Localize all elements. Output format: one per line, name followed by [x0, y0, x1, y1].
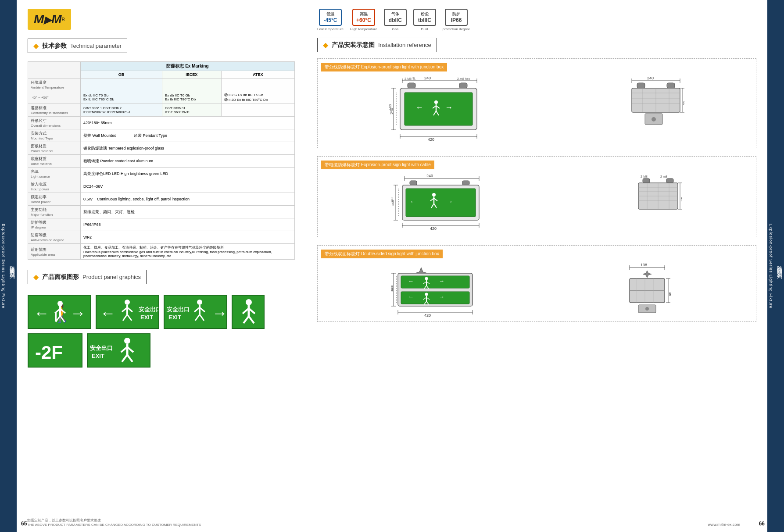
svg-text:2-M8 孔: 2-M8 孔: [405, 77, 415, 80]
svg-text:420: 420: [430, 226, 437, 231]
svg-point-21: [197, 300, 202, 305]
double-sided-front-view: ← → ←: [391, 261, 479, 318]
svg-text:→: →: [439, 293, 444, 300]
svg-rect-2: [55, 312, 57, 321]
svg-text:240: 240: [647, 76, 654, 80]
svg-rect-116: [643, 179, 650, 183]
svg-text:安全出口: 安全出口: [166, 306, 190, 313]
badge-gas-label: Gas: [392, 27, 399, 31]
install-cable: 带电缆防爆标志灯 Explosion-proof sign light with…: [317, 156, 756, 237]
table-row: 面板材质 Panel material 钢化防爆玻璃 Tempered expl…: [28, 142, 295, 155]
svg-line-15: [123, 314, 127, 321]
svg-line-42: [127, 355, 132, 362]
table-row: -40° ~ +50° Ex db IIC T6 GbEx tb IIIC T8…: [28, 91, 295, 104]
badge-dust-label: Dust: [421, 27, 428, 31]
badge-protection-value: 防护 IP66: [445, 9, 468, 26]
table-row: 适用范围 Applicable area 化工、煤炭、食品加工、石油开采、制药、…: [28, 244, 295, 260]
svg-point-99: [432, 193, 436, 196]
badge-dust: 粉尘 tbIIIC Dust: [413, 9, 436, 31]
svg-text:-2F: -2F: [35, 342, 63, 363]
svg-text:45: 45: [668, 292, 672, 296]
badge-protection-label: protection degree: [443, 27, 470, 31]
svg-line-41: [122, 355, 127, 362]
svg-text:138: 138: [641, 263, 647, 267]
svg-line-25: [195, 314, 200, 321]
cable-diagrams: 240 ←: [321, 172, 752, 233]
svg-rect-94: [410, 181, 417, 185]
svg-text:240: 240: [426, 174, 433, 178]
badge-high-temp-value: 高温 +60°C: [352, 9, 375, 26]
install-double-sided: 带分线双面标志灯 Double-sided sign light with ju…: [317, 245, 756, 322]
svg-rect-48: [459, 83, 467, 88]
svg-rect-47: [408, 83, 415, 88]
svg-marker-166: [643, 271, 652, 278]
exit-sign-4: [232, 295, 265, 329]
svg-text:420: 420: [428, 137, 434, 142]
badge-dust-value: 粉尘 tbIIIC: [413, 9, 436, 26]
junction-box-front-view: 240 2-M8 孔 2-m8 hex ←: [389, 74, 486, 144]
svg-point-89: [652, 117, 656, 121]
svg-text:→: →: [70, 304, 86, 322]
col-iecex: IECEX: [162, 71, 221, 79]
double-sided-header: 带分线双面标志灯 Double-sided sign light with ju…: [321, 250, 443, 258]
svg-text:2-m8 hex: 2-m8 hex: [457, 77, 470, 80]
sidebar-right-text: 防爆照明灯系列 Explosion-proof Series Lighting …: [769, 224, 783, 309]
svg-point-54: [434, 100, 438, 104]
panel-title-en: Product panel graphics: [82, 274, 141, 280]
svg-rect-76: [667, 83, 675, 88]
junction-box-header: 带分线防爆标志灯 Explosion-proof sign light with…: [321, 63, 447, 71]
diamond-icon: ◆: [33, 42, 39, 50]
logo-text: M▶M: [34, 12, 62, 26]
svg-point-136: [425, 277, 428, 280]
svg-text:←: ←: [408, 278, 414, 284]
cable-header: 带电缆防爆标志灯 Explosion-proof sign light with…: [321, 161, 434, 169]
logo-superscript: R: [62, 17, 65, 22]
svg-text:→: →: [439, 278, 444, 284]
icons-row: 低温 -45°C Low temperature 高温 +60°C High t…: [317, 9, 756, 31]
exit-sign-1: ← 🚶 →: [28, 295, 91, 329]
badge-low-temp: 低温 -45°C Low temperature: [317, 9, 344, 31]
svg-text:180: 180: [391, 285, 394, 290]
sidebar-left-en: Explosion-proof Series Lighting Fixture: [1, 224, 6, 309]
double-sided-diagrams: ← → ←: [321, 261, 752, 318]
table-row: 防腐等级 Anti-corrosion degree WF2: [28, 231, 295, 244]
svg-text:240: 240: [424, 76, 431, 80]
svg-text:←: ←: [100, 304, 116, 322]
install-junction-box: 带分线防爆标志灯 Explosion-proof sign light with…: [317, 58, 756, 148]
sidebar-right: 防爆照明灯系列 Explosion-proof Series Lighting …: [767, 0, 784, 532]
svg-point-37: [124, 338, 130, 344]
install-title-en: Installation reference: [378, 42, 431, 48]
svg-text:EXIT: EXIT: [140, 314, 153, 321]
tech-table: 防爆标志 Ex Marking GB IECEX ATEX 环境温度 Ambie…: [28, 61, 295, 260]
svg-line-26: [200, 314, 204, 321]
sidebar-right-cn: 防爆照明灯系列: [776, 261, 783, 271]
sidebar-left-cn: 防爆照明灯系列: [8, 261, 16, 271]
svg-rect-52: [405, 93, 473, 125]
svg-point-145: [425, 293, 428, 296]
panel-graphics: ← 🚶 → ←: [28, 295, 295, 368]
svg-text:420: 420: [424, 313, 431, 318]
logo-area: M▶M R: [28, 9, 295, 30]
badge-low-temp-value: 低温 -45°C: [319, 9, 342, 26]
svg-text:EXIT: EXIT: [168, 314, 181, 321]
panel-title-cn: 产品面板图形: [42, 273, 79, 281]
badge-high-temp: 高温 +60°C High temperature: [350, 9, 377, 31]
footer-right-text: www.m4m-ex.com: [708, 522, 740, 527]
left-panel: M▶M R ◆ 技术参数 Technical parameter 防爆标志 Ex…: [17, 0, 306, 532]
table-row: 额定功率 Rated power 0.5W Continuous lightin…: [28, 193, 295, 206]
sidebar-left: 防爆照明灯系列 Explosion-proof Series Lighting …: [0, 0, 17, 532]
panel-section-header: ◆ 产品面板图形 Product panel graphics: [28, 270, 147, 284]
install-section-header: ◆ 产品安装示意图 Installation reference: [317, 38, 437, 52]
marking-header: 防爆标志 Ex Marking: [81, 62, 295, 71]
badge-gas-value: 气体 dbIIC: [384, 9, 407, 26]
sidebar-right-en: Explosion-proof Series Lighting Fixture: [769, 224, 773, 309]
svg-point-11: [125, 300, 130, 305]
svg-text:→: →: [446, 198, 453, 205]
double-sided-side-view: 138 45: [625, 261, 682, 318]
svg-text:45: 45: [680, 197, 682, 201]
svg-line-16: [127, 314, 132, 321]
panel-diamond-icon: ◆: [33, 273, 39, 281]
svg-text:EXIT: EXIT: [92, 353, 104, 359]
table-row: 主要功能 Major function 持续点亮、频闪、灭灯、巡检: [28, 206, 295, 218]
svg-text:←: ←: [408, 293, 414, 300]
